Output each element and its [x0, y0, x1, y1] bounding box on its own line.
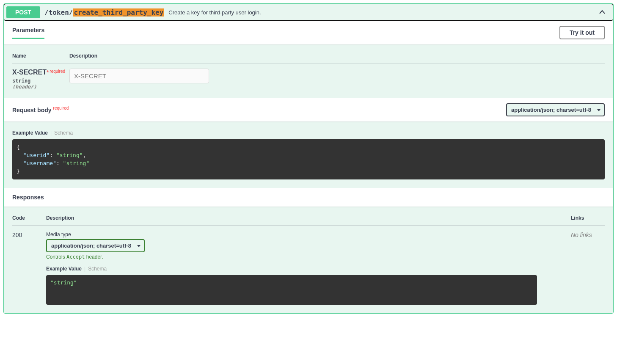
parameters-table-head: Name Description: [12, 53, 605, 63]
column-code-header: Code: [12, 215, 46, 221]
json-key: "username": [23, 160, 56, 166]
content-type-select-wrap: application/json; charset=utf-8: [506, 103, 605, 116]
example-tabs: Example Value|Schema: [12, 130, 605, 136]
parameter-in: (header): [12, 84, 69, 90]
parameter-type: string: [12, 76, 69, 84]
response-row: 200 Media type application/json; charset…: [12, 226, 605, 305]
operation-body: Parameters Try it out Name Description X…: [4, 21, 613, 313]
request-body-title: Request body: [12, 107, 52, 113]
operation-summary[interactable]: POST /token/create_third_party_key Creat…: [4, 4, 613, 21]
column-description-header: Description: [46, 215, 571, 221]
chevron-up-icon[interactable]: [598, 8, 606, 17]
hint-mono: Accept: [66, 254, 85, 260]
media-type-select-wrap: application/json; charset=utf-8: [46, 239, 145, 252]
example-tabs: Example Value|Schema: [46, 266, 571, 272]
schema-tab[interactable]: Schema: [88, 266, 107, 272]
endpoint-description: Create a key for third-party user login.: [168, 9, 598, 16]
parameter-description-cell: [69, 69, 605, 90]
column-description-header: Description: [69, 53, 605, 59]
tab-separator: |: [84, 266, 85, 272]
parameters-header: Parameters Try it out: [4, 21, 613, 44]
hint-text: header.: [85, 254, 103, 260]
response-example-code: "string": [46, 275, 537, 305]
parameters-tab[interactable]: Parameters: [12, 27, 44, 39]
required-label: required: [49, 69, 65, 74]
request-example-code: { "userid": "string", "username": "strin…: [12, 139, 605, 179]
parameter-input[interactable]: [69, 69, 209, 83]
request-body-header: Request bodyrequired application/json; c…: [4, 98, 613, 121]
response-example: Example Value|Schema "string": [46, 266, 571, 305]
hint-text: Controls: [46, 254, 66, 260]
try-it-out-button[interactable]: Try it out: [559, 26, 605, 39]
column-links-header: Links: [571, 215, 605, 221]
path-highlighted: create_third_party_key: [73, 8, 164, 17]
responses-title: Responses: [12, 194, 605, 201]
example-value-tab[interactable]: Example Value: [12, 130, 48, 136]
response-description: Media type application/json; charset=utf…: [46, 232, 571, 305]
request-body-content: Example Value|Schema { "userid": "string…: [4, 121, 613, 188]
path-prefix: /token/: [44, 8, 73, 17]
parameter-row: X-SECRET*required string (header): [12, 63, 605, 90]
parameter-name: X-SECRET: [12, 69, 47, 76]
json-value: "string": [63, 160, 90, 166]
json-value: "string": [56, 152, 83, 158]
example-value-tab[interactable]: Example Value: [46, 266, 82, 272]
schema-tab[interactable]: Schema: [54, 130, 73, 136]
operation-block: POST /token/create_third_party_key Creat…: [3, 3, 614, 314]
column-name-header: Name: [12, 53, 69, 59]
media-type-label: Media type: [46, 232, 571, 237]
media-type-select[interactable]: application/json; charset=utf-8: [46, 239, 145, 252]
http-method-badge: POST: [6, 6, 40, 18]
parameters-table: Name Description X-SECRET*required strin…: [4, 44, 613, 98]
request-body-required-label: required: [52, 106, 69, 110]
content-type-select[interactable]: application/json; charset=utf-8: [506, 103, 605, 116]
endpoint-path: /token/create_third_party_key: [44, 8, 164, 17]
responses-table-head: Code Description Links: [12, 215, 605, 226]
accept-header-hint: Controls Accept header.: [46, 254, 571, 260]
responses-header: Responses: [4, 188, 613, 207]
response-links: No links: [571, 232, 605, 305]
json-key: "userid": [23, 152, 50, 158]
parameter-name-cell: X-SECRET*required string (header): [12, 69, 69, 90]
responses-table: Code Description Links 200 Media type ap…: [4, 207, 613, 313]
tab-separator: |: [50, 130, 52, 136]
response-code: 200: [12, 232, 46, 305]
